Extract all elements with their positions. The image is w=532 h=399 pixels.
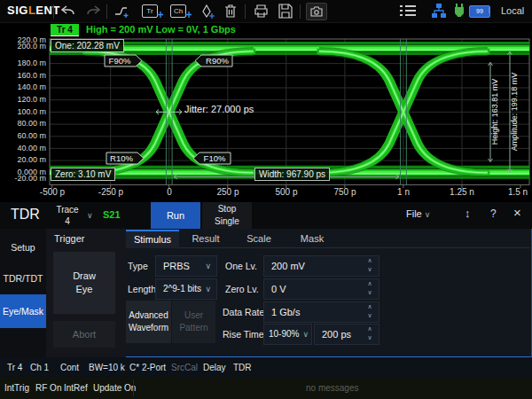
draw-eye-button[interactable]: DrawEye — [53, 252, 115, 314]
screen: SIGLENT Tr Ch 99 Local Tr 4 High = 200 m… — [0, 0, 532, 399]
zero-level-label: Zero Lv. — [225, 284, 259, 294]
status-bar — [0, 357, 532, 377]
type-label: Type — [128, 261, 148, 271]
advanced-waveform-button[interactable]: AdvancedWaveform — [126, 301, 171, 343]
y-tick: 20.00 m — [0, 156, 46, 164]
width-readout: Width: 967.90 ps — [254, 168, 330, 181]
zero-level-readout: Zero: 3.10 mV — [51, 168, 115, 181]
x-tick: 1 n — [384, 187, 423, 197]
sidebar-item-eye-mask[interactable]: Eye/Mask — [0, 294, 46, 328]
length-label: Length — [128, 284, 156, 294]
status-tdr[interactable]: TDR — [233, 363, 252, 372]
tab-scale[interactable]: Scale — [232, 230, 286, 248]
status-cont[interactable]: Cont — [60, 363, 79, 372]
run-button[interactable]: Run — [151, 202, 200, 229]
y-tick: 100.0 m — [0, 108, 46, 116]
jitter-readout: Jitter: 27.000 ps — [184, 104, 254, 114]
y-tick: 120.0 m — [0, 96, 46, 104]
bottom-inttrig[interactable]: IntTrig — [4, 383, 29, 393]
r90-tag: R90% — [206, 56, 229, 66]
y-tick: 40.00 m — [0, 145, 46, 153]
y-tick: 180.0 m — [0, 59, 46, 67]
length-dropdown[interactable]: 2^9-1 bits∨ — [155, 278, 217, 300]
bottom-bar-divider — [133, 379, 134, 396]
rise-time-label: Rise Time — [223, 329, 264, 340]
tab-stimulus[interactable]: Stimulus — [126, 230, 179, 248]
zero-level-input[interactable]: 0 V∧∨ — [263, 278, 379, 300]
bottom-intref[interactable]: IntRef — [64, 383, 88, 393]
r10-tag: R10% — [110, 153, 133, 163]
sparam-label: S21 — [103, 209, 121, 220]
status-trace[interactable]: Tr 4 — [7, 363, 22, 372]
status-delay[interactable]: Delay — [203, 363, 226, 372]
x-tick: 0 — [150, 187, 189, 197]
tab-result[interactable]: Result — [179, 230, 232, 248]
x-tick: 500 p — [267, 187, 306, 197]
close-panel-button[interactable]: × — [513, 205, 521, 220]
x-tick: 1.25 n — [442, 187, 481, 197]
y-tick: 60.00 m — [0, 132, 46, 140]
y-tick: 140.0 m — [0, 83, 46, 91]
trigger-section-label: Trigger — [54, 233, 84, 244]
message-area: no messages — [306, 383, 358, 393]
panel-title: TDR — [11, 207, 40, 223]
y-tick: -20.00 m — [0, 175, 46, 183]
y-tick: 80.00 m — [0, 120, 46, 128]
trace-selector[interactable]: Trace4 — [49, 204, 86, 227]
resize-panel-icon[interactable]: ↕ — [465, 207, 471, 220]
tab-mask[interactable]: Mask — [286, 230, 339, 248]
abort-button[interactable]: Abort — [53, 321, 115, 348]
data-rate-input[interactable]: 1 Gb/s∧∨ — [263, 301, 379, 323]
type-dropdown[interactable]: PRBS∨ — [155, 255, 217, 277]
height-label: Height: 163.81 mV — [490, 79, 499, 145]
x-tick: 750 p — [325, 187, 364, 197]
y-tick: 160.0 m — [0, 72, 46, 80]
status-cal[interactable]: C* 2-Port — [129, 363, 166, 372]
user-pattern-button[interactable]: UserPattern — [172, 301, 215, 343]
x-tick: -250 p — [91, 187, 130, 197]
data-rate-label: Data Rate — [223, 307, 264, 317]
status-bw[interactable]: BW=10 k — [89, 363, 125, 372]
x-tick: -500 p — [33, 187, 72, 197]
file-menu[interactable]: File ∨ — [406, 208, 430, 219]
x-tick: 250 p — [208, 187, 247, 197]
rise-range-dropdown[interactable]: 10-90%∨ — [263, 324, 312, 345]
bottom-updateon[interactable]: Update On — [93, 383, 136, 393]
stop-single-button[interactable]: StopSingle — [202, 202, 252, 229]
y-tick: 200.0 m — [0, 43, 46, 51]
amplitude-label: Amplitude: 199.18 mV — [510, 73, 519, 152]
sidebar-item-tdr-tdt[interactable]: TDR/TDT — [0, 262, 46, 294]
f90-tag: F90% — [109, 56, 131, 66]
chevron-down-icon: ∨ — [87, 211, 93, 220]
one-level-readout: One: 202.28 mV — [51, 39, 124, 52]
f10-tag: F10% — [204, 153, 226, 163]
one-level-label: One Lv. — [225, 261, 257, 271]
x-tick: 1.5 n — [498, 187, 532, 197]
help-button[interactable]: ? — [490, 207, 497, 220]
one-level-input[interactable]: 200 mV∧∨ — [263, 255, 379, 277]
status-channel[interactable]: Ch 1 — [30, 363, 49, 372]
bottom-rfon[interactable]: RF On — [35, 383, 61, 393]
sidebar-item-setup[interactable]: Setup — [0, 232, 46, 262]
rise-time-input[interactable]: 200 ps∧∨ — [314, 324, 379, 345]
status-srccal[interactable]: SrcCal — [171, 363, 198, 372]
